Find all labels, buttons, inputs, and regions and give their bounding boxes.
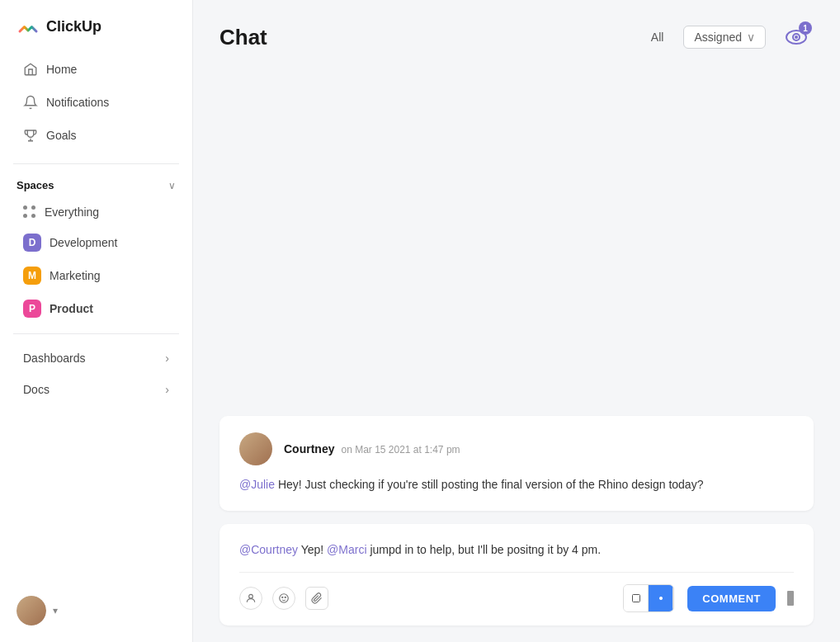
svg-point-3	[249, 594, 253, 598]
sidebar-item-product[interactable]: P Product	[7, 293, 186, 324]
cursor-indicator	[787, 591, 794, 606]
sidebar-item-development[interactable]: D Development	[7, 227, 186, 258]
sidebar-item-dashboards[interactable]: Dashboards ›	[7, 343, 186, 373]
chat-spacer	[219, 68, 814, 403]
dashboards-label: Dashboards	[23, 352, 86, 365]
sidebar-item-marketing-label: Marketing	[50, 269, 100, 282]
attachment-icon-button[interactable]	[305, 587, 328, 610]
sidebar-bottom: ▾	[0, 588, 192, 634]
sidebar-item-goals[interactable]: Goals	[7, 120, 186, 151]
reply-text-1: Yep!	[298, 543, 327, 556]
message-avatar-1	[239, 432, 272, 465]
chat-area: Courtney on Mar 15 2021 at 1:47 pm @Juli…	[193, 68, 840, 642]
toolbar-button-group	[623, 584, 674, 612]
reply-mention-2: @Marci	[327, 543, 366, 556]
sidebar-item-notifications[interactable]: Notifications	[7, 87, 186, 118]
message-mention-1: @Julie	[239, 478, 275, 491]
sidebar-item-home[interactable]: Home	[7, 54, 186, 85]
person-icon	[245, 592, 257, 604]
user-caret-icon[interactable]: ▾	[53, 605, 58, 616]
svg-rect-7	[632, 595, 639, 602]
svg-point-2	[795, 35, 798, 39]
filter-assigned-chevron-icon: ∨	[747, 31, 755, 44]
person-icon-button[interactable]	[239, 587, 262, 610]
grid-icon	[657, 594, 665, 602]
paperclip-icon	[311, 592, 323, 604]
logo[interactable]: ClickUp	[0, 0, 192, 50]
emoji-icon	[278, 592, 290, 604]
spaces-title: Spaces	[17, 179, 54, 191]
toolbar-option-button-1[interactable]	[624, 585, 649, 611]
message-author-1: Courtney	[284, 442, 334, 456]
sidebar-item-development-label: Development	[50, 236, 118, 249]
message-card-1: Courtney on Mar 15 2021 at 1:47 pm @Juli…	[219, 416, 814, 510]
dashboards-chevron-icon: ›	[165, 352, 169, 365]
everything-dots-icon	[23, 205, 36, 219]
spaces-header[interactable]: Spaces ∨	[0, 172, 192, 198]
product-badge: P	[23, 300, 41, 318]
reply-card: @Courtney Yep! @Marci jumpd in to help, …	[219, 524, 814, 625]
sidebar-item-everything[interactable]: Everything	[7, 199, 186, 225]
reply-mention-1: @Courtney	[239, 543, 298, 556]
filter-assigned-label: Assigned	[694, 31, 742, 44]
message-body-1: @Julie Hey! Just checking if you're stil…	[239, 475, 794, 493]
home-icon	[23, 62, 38, 77]
divider-1	[13, 163, 179, 164]
sidebar-nav: Home Notifications Goals	[0, 50, 192, 155]
list-icon	[631, 593, 641, 603]
reply-body: @Courtney Yep! @Marci jumpd in to help, …	[239, 541, 794, 559]
main-header: Chat All Assigned ∨ 1	[193, 0, 840, 68]
message-time-1: on Mar 15 2021 at 1:47 pm	[341, 444, 460, 456]
filter-all-button[interactable]: All	[644, 27, 671, 47]
main-content: Chat All Assigned ∨ 1 Courtney on M	[193, 0, 840, 642]
docs-chevron-icon: ›	[165, 383, 169, 396]
svg-point-4	[280, 594, 289, 603]
comment-button[interactable]: COMMENT	[687, 586, 776, 611]
watch-button[interactable]: 1	[779, 20, 814, 54]
trophy-icon	[23, 128, 38, 143]
reply-text-2: jumpd in to help, but I'll be positng it…	[367, 543, 602, 556]
bell-icon	[23, 95, 38, 110]
filter-assigned-button[interactable]: Assigned ∨	[683, 26, 766, 49]
divider-2	[13, 333, 179, 334]
clickup-logo-icon	[17, 15, 40, 38]
reply-toolbar: COMMENT	[239, 572, 794, 612]
svg-point-6	[285, 597, 286, 597]
spaces-chevron-icon: ∨	[168, 180, 176, 191]
docs-label: Docs	[23, 383, 50, 396]
svg-point-8	[659, 597, 662, 599]
toolbar-option-button-2[interactable]	[649, 585, 673, 611]
user-avatar[interactable]	[17, 596, 46, 625]
sidebar: ClickUp Home Notifications Goals	[0, 0, 193, 642]
message-header-1: Courtney on Mar 15 2021 at 1:47 pm	[239, 432, 794, 465]
watch-count-badge: 1	[799, 21, 812, 35]
sidebar-item-docs[interactable]: Docs ›	[7, 375, 186, 404]
svg-point-5	[282, 597, 283, 597]
sidebar-item-product-label: Product	[50, 302, 93, 315]
emoji-icon-button[interactable]	[272, 587, 295, 610]
sidebar-item-goals-label: Goals	[46, 129, 77, 142]
marketing-badge: M	[23, 267, 41, 285]
message-text-1: Hey! Just checking if you're still posti…	[275, 478, 703, 491]
sidebar-item-home-label: Home	[46, 63, 77, 76]
page-title: Chat	[219, 25, 631, 50]
logo-text: ClickUp	[46, 18, 101, 35]
development-badge: D	[23, 234, 41, 252]
message-meta-1: Courtney on Mar 15 2021 at 1:47 pm	[284, 442, 460, 456]
sidebar-item-everything-label: Everything	[45, 205, 99, 219]
sidebar-item-notifications-label: Notifications	[46, 96, 109, 109]
sidebar-item-marketing[interactable]: M Marketing	[7, 260, 186, 291]
